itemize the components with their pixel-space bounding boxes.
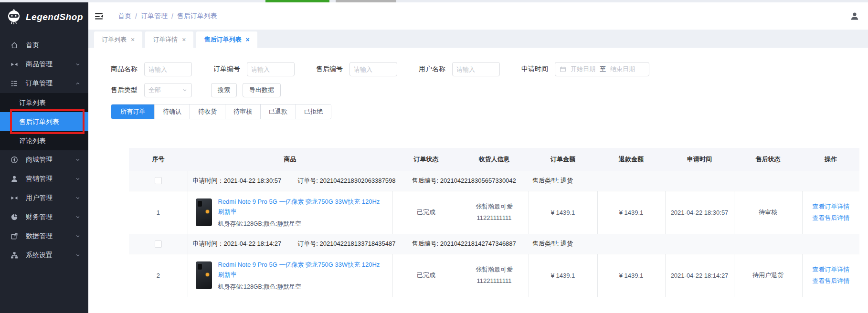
sidebar-item-settings[interactable]: 系统设置	[0, 246, 88, 265]
chevron-up-icon	[75, 81, 81, 86]
view-aftersale-detail-link[interactable]: 查看售后详情	[803, 275, 860, 287]
export-data-button[interactable]: 导出数据	[243, 83, 281, 97]
chevron-down-icon	[75, 157, 81, 163]
status-tab-rejected[interactable]: 已拒绝	[296, 104, 331, 119]
view-aftersale-detail-link[interactable]: 查看售后详情	[803, 212, 860, 224]
group-apply-time: 申请时间：2021-04-22 18:14:27	[193, 240, 282, 248]
product-name-label: 商品名称	[111, 65, 138, 73]
tab-aftersale-order-list[interactable]: 售后订单列表 ×	[196, 31, 257, 48]
tab-label: 订单详情	[153, 35, 178, 44]
aftersale-status: 待审核	[734, 191, 802, 234]
sidebar-item-orders[interactable]: 订单管理	[0, 74, 88, 93]
user-name-label: 用户名称	[419, 65, 445, 73]
sidebar-item-goods[interactable]: 商品管理	[0, 55, 88, 74]
refund-amount: ¥ 1439.1	[597, 191, 665, 234]
apply-time-range-picker[interactable]: 开始日期 至 结束日期	[555, 62, 649, 76]
chevron-down-icon	[75, 252, 81, 258]
phone-accent-dot	[206, 210, 209, 213]
breadcrumb-home[interactable]: 首页	[118, 12, 131, 21]
row-select-checkbox[interactable]	[155, 177, 162, 184]
row-index: 1	[129, 191, 188, 234]
tab-label: 订单列表	[102, 35, 127, 44]
group-aftersale-type: 售后类型: 退货	[532, 240, 573, 248]
receiver-info: 张哲瀚最可爱 11221111111	[460, 191, 529, 234]
order-status: 已完成	[392, 254, 460, 297]
group-apply-time: 申请时间：2021-04-22 18:30:57	[193, 177, 282, 185]
col-header-apply-time: 申请时间	[665, 148, 734, 171]
row-select-checkbox[interactable]	[155, 240, 162, 248]
apply-time: 2021-04-22 18:30:57	[665, 191, 734, 234]
sidebar-item-marketing[interactable]: 营销管理	[0, 169, 88, 188]
product-name-input[interactable]	[144, 62, 192, 76]
menu-fold-icon[interactable]	[94, 11, 104, 21]
logo[interactable]: LegendShop	[0, 2, 88, 32]
phone-camera-detail	[198, 264, 202, 270]
submenu-item-comment-list[interactable]: 评论列表	[0, 131, 88, 150]
aftersale-status: 待用户退货	[734, 254, 802, 297]
sidebar-item-finance[interactable]: 财务管理	[0, 208, 88, 227]
order-list-icon	[11, 80, 18, 87]
order-amount: ¥ 1439.1	[529, 191, 597, 234]
sidebar-item-mall[interactable]: 商城管理	[0, 150, 88, 169]
tab-order-detail[interactable]: 订单详情 ×	[145, 31, 193, 48]
breadcrumb-separator: /	[171, 12, 173, 20]
tab-label: 售后订单列表	[204, 35, 241, 44]
group-order-no: 订单号: 2021042218133718435487	[297, 240, 395, 248]
search-button[interactable]: 搜索	[211, 83, 237, 97]
aftersale-no-input[interactable]	[349, 62, 397, 76]
receiver-name: 张哲瀚最可爱	[460, 264, 529, 275]
aftersale-no-label: 售后编号	[316, 65, 343, 73]
status-tab-pending-review[interactable]: 待审核	[225, 104, 260, 119]
col-header-index: 序号	[129, 148, 188, 171]
sidebar-menu: 首页 商品管理 订单管理 订单	[0, 32, 88, 265]
submenu-item-order-list[interactable]: 订单列表	[0, 93, 88, 112]
sidebar-item-data[interactable]: 数据管理	[0, 227, 88, 246]
product-thumbnail	[196, 198, 212, 226]
user-avatar-icon[interactable]	[850, 11, 859, 21]
sidebar-item-users[interactable]: 用户管理	[0, 188, 88, 208]
submenu-item-aftersale-order-list[interactable]: 售后订单列表	[0, 112, 88, 131]
legendshop-logo-icon	[6, 9, 22, 25]
order-no-input[interactable]	[247, 62, 295, 76]
order-group-header: 申请时间：2021-04-22 18:14:27 订单号: 2021042218…	[129, 234, 859, 254]
product-spec: 机身存储:128GB;颜色:静默星空	[218, 283, 385, 291]
col-header-aftersale-status: 售后状态	[734, 148, 802, 171]
topbar: 首页 / 订单管理 / 售后订单列表	[88, 2, 868, 30]
col-header-order-amount: 订单金额	[529, 148, 597, 171]
sidebar-item-label: 商城管理	[26, 156, 75, 164]
product-thumbnail	[196, 261, 212, 289]
view-order-detail-link[interactable]: 查看订单详情	[803, 201, 860, 212]
close-icon[interactable]: ×	[131, 36, 135, 43]
status-tab-pending-confirm[interactable]: 待确认	[154, 104, 190, 119]
tab-order-list[interactable]: 订单列表 ×	[94, 31, 142, 48]
sidebar-item-label: 订单管理	[26, 79, 75, 88]
submenu-item-label: 售后订单列表	[19, 118, 59, 125]
home-icon	[11, 42, 18, 49]
group-aftersale-no: 售后编号: 2021042218305657330042	[412, 177, 516, 185]
aftersale-type-select[interactable]: 全部	[144, 83, 192, 97]
table-row: 1 Redmi Note 9 Pro 5G 一亿像素 骁龙750G 33W快充 …	[129, 191, 859, 234]
order-status: 已完成	[392, 191, 460, 234]
user-bowtie-icon	[11, 194, 18, 202]
chevron-down-icon	[75, 195, 81, 201]
view-order-detail-link[interactable]: 查看订单详情	[803, 264, 860, 275]
product-title-link[interactable]: Redmi Note 9 Pro 5G 一亿像素 骁龙750G 33W快充 12…	[218, 197, 385, 217]
sidebar-item-home[interactable]: 首页	[0, 36, 88, 55]
close-icon[interactable]: ×	[182, 36, 186, 43]
status-tab-all[interactable]: 所有订单	[111, 104, 154, 119]
product-title-link[interactable]: Redmi Note 9 Pro 5G 一亿像素 骁龙750G 33W快充 12…	[218, 260, 385, 280]
user-name-input[interactable]	[452, 62, 500, 76]
col-header-refund-amount: 退款金额	[597, 148, 665, 171]
status-tab-refunded[interactable]: 已退款	[260, 104, 296, 119]
close-icon[interactable]: ×	[245, 36, 249, 43]
group-aftersale-no: 售后编号: 2021042218142747346887	[412, 240, 516, 248]
order-no-label: 订单编号	[213, 65, 240, 73]
status-tab-pending-receive[interactable]: 待收货	[190, 104, 225, 119]
logo-text: LegendShop	[26, 12, 83, 22]
sidebar-item-label: 营销管理	[26, 175, 75, 183]
goods-icon	[11, 61, 18, 68]
breadcrumb-order-management[interactable]: 订单管理	[141, 12, 168, 21]
range-to-label: 至	[600, 65, 606, 73]
row-actions: 查看订单详情 查看售后详情	[802, 254, 859, 297]
breadcrumb-current: 售后订单列表	[177, 12, 217, 21]
